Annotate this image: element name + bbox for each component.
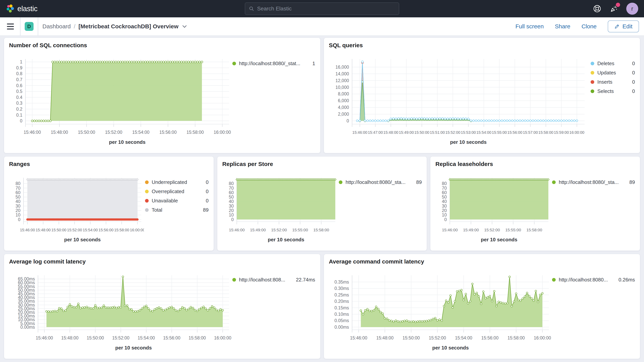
panel-title: Replica leaseholders [435, 161, 635, 167]
svg-text:30: 30 [229, 204, 234, 208]
edit-button[interactable]: Edit [608, 20, 639, 32]
svg-text:15:46:00: 15:46:00 [24, 130, 41, 135]
svg-text:0.15ms: 0.15ms [334, 305, 349, 310]
svg-text:16:00:00: 16:00:00 [534, 336, 551, 340]
legend-item[interactable]: http://localhost:8080/_sta...89 [339, 179, 422, 185]
svg-text:15:49:00: 15:49:00 [250, 228, 266, 232]
svg-text:0.7: 0.7 [16, 77, 22, 82]
user-avatar[interactable]: r [626, 3, 638, 15]
svg-text:30: 30 [16, 204, 20, 208]
legend-item[interactable]: Inserts0 [590, 79, 635, 85]
svg-text:15:46:00: 15:46:00 [442, 228, 458, 232]
legend-dot [339, 180, 342, 184]
svg-text:60: 60 [229, 190, 234, 195]
replica-leaseholders-chart[interactable]: 8070605040302010015:46:0015:49:0015:52:0… [435, 170, 551, 250]
panel-title: Average log commit latency [9, 258, 315, 265]
svg-text:15:48:00: 15:48:00 [383, 130, 398, 134]
legend-item[interactable]: Updates0 [590, 70, 635, 76]
legend-dot [145, 190, 149, 193]
legend-item[interactable]: Total89 [145, 207, 209, 213]
panel-sql-connections: Number of SQL connections 10.90.80.70.60… [4, 38, 320, 153]
svg-text:per 10 seconds: per 10 seconds [268, 237, 304, 242]
panel-title: SQL queries [329, 42, 635, 48]
svg-text:70: 70 [16, 186, 20, 191]
search-icon [249, 6, 254, 11]
legend-item[interactable]: Overreplicated0 [145, 188, 209, 194]
svg-text:50: 50 [16, 194, 20, 200]
sql-connections-chart[interactable]: 10.90.80.70.60.50.40.30.20.1015:46:0015:… [9, 51, 232, 153]
panel-ranges: Ranges 8070605040302010015:46:0015:48:00… [4, 156, 214, 251]
legend-value: 89 [629, 179, 635, 185]
svg-text:15:58:00: 15:58:00 [508, 336, 525, 340]
legend-item[interactable]: http://localhost:8080/_sta...89 [552, 179, 635, 185]
svg-text:15:47:00: 15:47:00 [368, 130, 383, 134]
legend-item[interactable]: Selects0 [590, 88, 635, 94]
legend-item[interactable]: http://localhost:8080...0.26ms [552, 277, 635, 283]
share-button[interactable]: Share [555, 23, 570, 30]
svg-text:15:54:00: 15:54:00 [138, 336, 155, 340]
newsfeed-button[interactable] [610, 5, 618, 13]
svg-text:15:56:00: 15:56:00 [159, 130, 176, 135]
help-button[interactable] [593, 5, 601, 13]
chart-legend: Underreplicated0Overreplicated0Unavailab… [145, 170, 209, 250]
legend-dot [590, 62, 594, 65]
svg-text:15:55:00: 15:55:00 [492, 130, 507, 134]
pencil-icon [614, 24, 620, 29]
legend-value: 0 [632, 70, 635, 76]
svg-text:15:46:00: 15:46:00 [20, 228, 35, 232]
ranges-chart[interactable]: 8070605040302010015:46:0015:48:0015:50:0… [9, 170, 144, 250]
svg-text:15:50:00: 15:50:00 [51, 228, 66, 232]
dashboard-app-badge[interactable]: D [25, 22, 34, 31]
avg-command-commit-latency-chart[interactable]: 0.35ms0.30ms0.25ms0.20ms0.15ms0.10ms0.05… [329, 267, 552, 359]
svg-text:16:00:00: 16:00:00 [214, 130, 231, 135]
title-menu-caret[interactable] [182, 24, 187, 28]
panel-sql-queries: SQL queries 16,00014,00012,00010,0008,00… [324, 38, 640, 153]
full-screen-button[interactable]: Full screen [516, 23, 544, 30]
legend-item[interactable]: http://localhost:808...22.74ms [232, 277, 315, 283]
search-input[interactable] [257, 6, 395, 12]
svg-text:20: 20 [442, 208, 447, 213]
svg-text:15:50:00: 15:50:00 [87, 336, 104, 340]
svg-text:15:54:00: 15:54:00 [455, 336, 472, 340]
svg-text:15:46:00: 15:46:00 [352, 130, 367, 134]
legend-dot [552, 278, 556, 282]
avg-log-commit-latency-chart[interactable]: 65.00ms60.00ms55.00ms50.00ms45.00ms40.00… [9, 267, 232, 359]
global-search[interactable] [245, 2, 399, 15]
sql-queries-chart[interactable]: 16,00014,00012,00010,0008,0006,0004,0002… [329, 51, 587, 153]
svg-text:0.8: 0.8 [16, 71, 22, 76]
svg-text:15:58:00: 15:58:00 [114, 228, 129, 232]
legend-value: 0 [632, 79, 635, 85]
legend-value: 0 [206, 198, 208, 204]
global-header: elastic [0, 0, 644, 17]
legend-item[interactable]: Underreplicated0 [145, 179, 209, 185]
clone-button[interactable]: Clone [582, 23, 596, 30]
notification-dot [616, 3, 620, 7]
svg-text:0.25ms: 0.25ms [334, 292, 349, 298]
svg-text:1: 1 [20, 59, 22, 64]
replicas-per-store-chart[interactable]: 8070605040302010015:46:0015:49:0015:52:0… [222, 170, 338, 250]
menu-button[interactable] [5, 22, 16, 31]
svg-text:15:54:00: 15:54:00 [83, 228, 98, 232]
legend-item[interactable]: Deletes0 [590, 60, 635, 66]
breadcrumb-dashboard[interactable]: Dashboard [42, 23, 71, 30]
svg-text:15:58:00: 15:58:00 [526, 228, 542, 232]
legend-item[interactable]: Unavailable0 [145, 198, 209, 204]
legend-dot [145, 208, 149, 212]
legend-item[interactable]: http://localhost:8080/_stat...1 [232, 60, 315, 66]
svg-text:60: 60 [442, 190, 447, 195]
svg-text:15:48:00: 15:48:00 [36, 228, 51, 232]
svg-text:15:52:00: 15:52:00 [271, 228, 287, 232]
legend-dot [232, 62, 236, 65]
svg-text:0.3: 0.3 [16, 100, 22, 106]
chart-legend: http://localhost:808...22.74ms [232, 267, 315, 359]
svg-text:15:46:00: 15:46:00 [350, 336, 367, 340]
svg-text:10: 10 [442, 212, 447, 218]
svg-text:16:00:00: 16:00:00 [130, 228, 144, 232]
lifebuoy-icon [593, 5, 601, 13]
legend-label: http://localhost:8080... [559, 277, 616, 283]
legend-label: Deletes [597, 60, 629, 66]
legend-dot [232, 278, 236, 282]
svg-text:20: 20 [16, 208, 20, 213]
svg-text:40: 40 [16, 199, 20, 204]
svg-text:50: 50 [442, 194, 447, 200]
